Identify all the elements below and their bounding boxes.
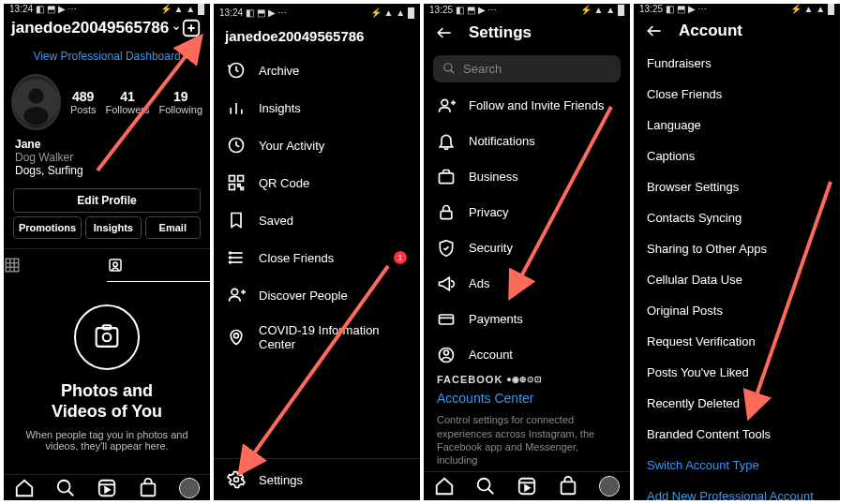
accounts-center-link[interactable]: Accounts Center [424,387,630,409]
svg-point-62 [444,350,449,355]
svg-point-52 [444,64,452,71]
tab-grid[interactable] [4,249,107,282]
settings-search-input[interactable]: Search [433,55,621,82]
account-item[interactable]: Sharing to Other Apps [634,233,840,264]
notifications-icon [437,132,456,151]
account-item[interactable]: Contacts Syncing [634,202,840,233]
settings-item[interactable]: Ads [424,266,630,302]
menu-item-label: Archive [259,64,299,78]
settings-item-label: Ads [469,276,489,290]
settings-item[interactable]: Notifications [424,124,630,159]
account-item[interactable]: Request Verification [634,326,840,357]
menu-item[interactable]: COVID-19 Information Center [214,314,420,361]
account-item[interactable]: Recently Deleted [634,388,840,419]
qr-icon [227,173,246,192]
svg-rect-57 [440,173,454,184]
gear-icon [227,470,246,489]
nav-search-icon[interactable] [55,478,76,498]
account-item[interactable]: Browser Settings [634,171,840,202]
settings-list: Follow and Invite Friends Notifications … [424,88,630,365]
nav-profile-avatar[interactable] [179,478,200,498]
account-item[interactable]: Branded Content Tools [634,419,840,450]
settings-item[interactable]: Privacy [424,195,630,230]
menu-item[interactable]: Close Friends 1 [214,239,420,276]
account-item[interactable]: Fundraisers [634,48,840,79]
create-icon[interactable] [181,18,202,38]
account-item[interactable]: Original Posts [634,295,840,326]
edit-profile-button[interactable]: Edit Profile [13,188,201,213]
menu-item[interactable]: Archive [214,52,420,89]
svg-point-7 [28,88,43,103]
menu-item-label: QR Code [259,176,309,190]
account-item[interactable]: Close Friends [634,79,840,110]
stat-posts[interactable]: 489 Posts [70,89,97,115]
menu-item-label: COVID-19 Information Center [259,323,407,351]
settings-item[interactable]: Security [424,230,630,266]
account-item[interactable]: Posts You've Liked [634,357,840,388]
svg-point-8 [23,107,48,126]
username-dropdown[interactable]: janedoe20049565786 [11,19,181,37]
nav-reels-icon[interactable] [97,478,117,498]
nav-search-icon[interactable] [475,476,496,497]
search-icon [442,62,456,75]
menu-item[interactable]: Saved [214,201,420,239]
svg-point-43 [230,261,232,263]
settings-menu-item[interactable]: Settings [214,458,420,500]
settings-item[interactable]: Follow and Invite Friends [424,88,630,124]
svg-point-47 [234,334,239,338]
account-item[interactable]: Captions [634,141,840,171]
nav-profile-avatar[interactable] [599,476,620,497]
settings-item[interactable]: Account [424,337,630,365]
settings-item-label: Privacy [469,205,509,219]
covid-icon [227,328,246,347]
settings-item-label: Follow and Invite Friends [469,98,605,112]
svg-marker-73 [525,485,530,491]
settings-item[interactable]: Business [424,159,630,195]
account-item[interactable]: Language [634,110,840,141]
discover-icon [227,286,246,304]
tab-tagged[interactable] [107,249,210,282]
account-link-item[interactable]: Switch Account Type [634,450,840,481]
nav-reels-icon[interactable] [517,476,537,497]
promotions-button[interactable]: Promotions [13,216,82,239]
privacy-icon [437,203,456,222]
back-arrow-icon[interactable] [645,22,664,40]
menu-item[interactable]: Discover People [214,276,420,314]
account-link-item[interactable]: Add New Professional Account [634,481,840,500]
svg-marker-23 [105,487,110,493]
profile-avatar[interactable] [11,74,61,130]
chevron-down-icon [172,23,181,33]
security-icon [437,239,456,258]
stat-followers[interactable]: 41 Followers [105,89,149,115]
svg-point-44 [232,289,238,295]
menu-item[interactable]: Insights [214,89,420,126]
status-bar: 13:25◧ ⬒ ▶ ⋯ ⚡ ▲ ▲ █ [634,4,840,14]
svg-rect-24 [142,483,156,496]
svg-point-42 [230,257,232,259]
svg-line-70 [488,489,494,495]
email-button[interactable]: Email [145,216,201,239]
view-dashboard-link[interactable]: View Professional Dashboard [4,42,210,70]
svg-rect-33 [230,176,235,182]
nav-shop-icon[interactable] [138,478,158,498]
status-bar: 13:24◧ ⬒ ▶ ⋯ ⚡ ▲ ▲ █ [4,4,210,14]
menu-item[interactable]: QR Code [214,164,420,201]
nav-home-icon[interactable] [434,476,455,497]
screen-menu: 13:24◧ ⬒ ▶ ⋯ ⚡ ▲ ▲ █ janedoe20049565786 … [214,4,420,500]
nav-shop-icon[interactable] [558,476,578,497]
menu-item-label: Discover People [259,289,348,303]
menu-item[interactable]: Your Activity [214,126,420,164]
svg-rect-74 [562,482,576,494]
settings-item[interactable]: Payments [424,302,630,337]
menu-list: Archive Insights Your Activity QR Code S… [214,52,420,361]
svg-point-69 [478,479,490,491]
profile-tabs [4,248,210,282]
nav-home-icon[interactable] [14,478,35,498]
page-title: Settings [469,23,532,42]
account-header: Account [634,14,840,48]
account-item[interactable]: Cellular Data Use [634,264,840,295]
insights-button[interactable]: Insights [85,216,141,239]
back-arrow-icon[interactable] [435,23,454,42]
stat-following[interactable]: 19 Following [159,89,202,115]
svg-point-48 [234,478,239,482]
